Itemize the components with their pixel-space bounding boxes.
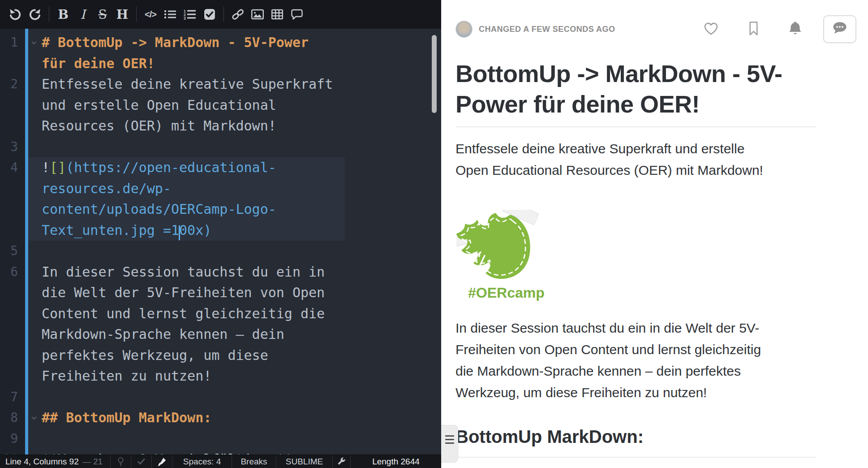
table-icon [271,9,283,20]
editor-line[interactable]: 5 [0,241,441,262]
checkbox-checked-icon [204,9,215,20]
redo-button[interactable] [25,4,45,25]
strikethrough-icon: S [98,7,107,22]
toc-toggle[interactable] [441,425,458,463]
line-number: 9 [0,429,21,450]
text-cursor [179,225,180,240]
editor-line[interactable]: 2Entfessele deine kreative Superkraft un… [0,74,441,137]
fold-toggle[interactable]: › [21,32,42,53]
code-button[interactable]: </> [141,4,160,25]
link-icon [231,9,245,20]
comment-button[interactable] [287,4,307,25]
chat-bubble-icon [831,21,849,38]
bold-button[interactable]: B [53,4,73,25]
line-content[interactable]: In dieser Session tauchst du ein in die … [42,262,337,387]
editor-lines[interactable]: 1›# BottomUp -> MarkDown - 5V-Power für … [0,29,441,468]
toolbar-divider [49,7,49,22]
line-number: 5 [0,241,21,262]
document-length: Length 2644 [351,455,441,468]
undo-icon [9,8,22,21]
fold-toggle[interactable]: › [21,407,42,429]
oercamp-logo: #OERcamp [456,210,856,305]
line-number: 7 [0,387,21,408]
format-brush-toggle[interactable] [152,455,172,468]
bell-icon [788,21,803,38]
divider [455,126,816,127]
heading-button[interactable]: H [112,4,132,25]
editor-line[interactable]: 3 [0,137,441,158]
svg-text:3: 3 [184,16,186,20]
notifications-button[interactable] [788,21,803,38]
bookmark-button[interactable] [747,21,760,38]
italic-icon: I [80,7,85,22]
editor-line[interactable]: 8›## BottomUp MarkDown: [0,407,441,429]
hint-toggle[interactable] [111,455,131,468]
numbered-list-button[interactable]: 1 2 3 [180,4,200,25]
like-button[interactable] [703,21,719,38]
intro-paragraph: Entfessele deine kreative Superkraft und… [455,138,776,181]
logo-caption: #OERcamp [468,285,545,301]
redo-icon [28,8,42,21]
italic-button[interactable]: I [73,4,93,25]
editor-scrollbar[interactable] [432,35,437,113]
bookmark-icon [747,21,760,38]
image-button[interactable] [248,4,267,25]
editor-line[interactable]: 1›# BottomUp -> MarkDown - 5V-Power für … [0,32,441,74]
line-number: 3 [0,137,21,158]
chevron-down-icon: › [24,39,45,46]
line-content[interactable] [42,387,337,408]
bullet-list-button[interactable] [160,4,180,25]
bullet-list-icon [164,9,176,20]
editor-line[interactable]: 6In dieser Session tauchst du ein in die… [0,262,441,387]
session-paragraph: In dieser Session tauchst du ein in die … [455,317,776,403]
section-heading: BottomUp MarkDown: [455,427,856,447]
line-content[interactable]: ![](https://open-educational-resources.d… [42,157,337,241]
toolbar-divider [223,7,224,22]
indent-setting[interactable]: Spaces: 4 [172,455,232,468]
editor-pane: B I S H </> [0,0,441,468]
editor-toolbar: B I S H </> [0,0,441,29]
code-icon: </> [145,9,156,20]
image-icon [251,9,264,20]
lightbulb-icon [117,457,124,466]
last-changed-label: CHANGED A FEW SECONDS AGO [479,25,615,34]
editor-line[interactable]: 7 [0,387,441,408]
comment-icon [291,9,303,20]
keymap-setting[interactable]: SUBLIME [276,455,333,468]
chevron-down-icon: › [24,414,45,421]
document-title: BottomUp -> MarkDown - 5V-Power für dein… [455,58,787,119]
editor-line[interactable]: 9 [0,429,441,450]
line-content[interactable] [42,241,337,262]
line-number: 6 [0,262,21,283]
app-window: B I S H </> [0,0,868,468]
preview-header: CHANGED A FEW SECONDS AGO [455,15,856,43]
preview-pane: CHANGED A FEW SECONDS AGO [441,0,868,468]
checkmark-icon [137,458,146,465]
line-content[interactable]: Entfessele deine kreative Superkraft und… [42,74,337,137]
undo-button[interactable] [5,4,25,25]
linebreak-setting[interactable]: Breaks [232,455,276,468]
cursor-position: Line 4, Columns 92 — 21 [0,455,111,468]
editor-settings-button[interactable] [333,455,351,468]
line-number: 1 [0,32,21,53]
hamburger-icon [445,438,454,444]
markdown-editor[interactable]: 1›# BottomUp -> MarkDown - 5V-Power für … [0,29,441,468]
task-list-button[interactable] [200,4,219,25]
line-content[interactable] [42,137,337,158]
editor-line[interactable]: 4![](https://open-educational-resources.… [0,157,441,241]
scissors-icon [459,251,490,280]
line-number: 2 [0,74,21,95]
wrench-icon [337,457,346,466]
strikethrough-button[interactable]: S [93,4,112,25]
editor-statusbar: Line 4, Columns 92 — 21 [0,455,441,468]
line-content[interactable]: ## BottomUp MarkDown: [42,407,337,429]
spellcheck-toggle[interactable] [131,455,152,468]
open-comments-button[interactable] [823,15,856,43]
table-button[interactable] [267,4,287,25]
line-content[interactable]: # BottomUp -> MarkDown - 5V-Power für de… [42,32,337,74]
avatar[interactable] [455,21,473,38]
line-number: 4 [0,157,21,178]
link-button[interactable] [228,4,248,25]
line-content[interactable] [42,429,337,450]
heading-icon: H [116,7,128,22]
